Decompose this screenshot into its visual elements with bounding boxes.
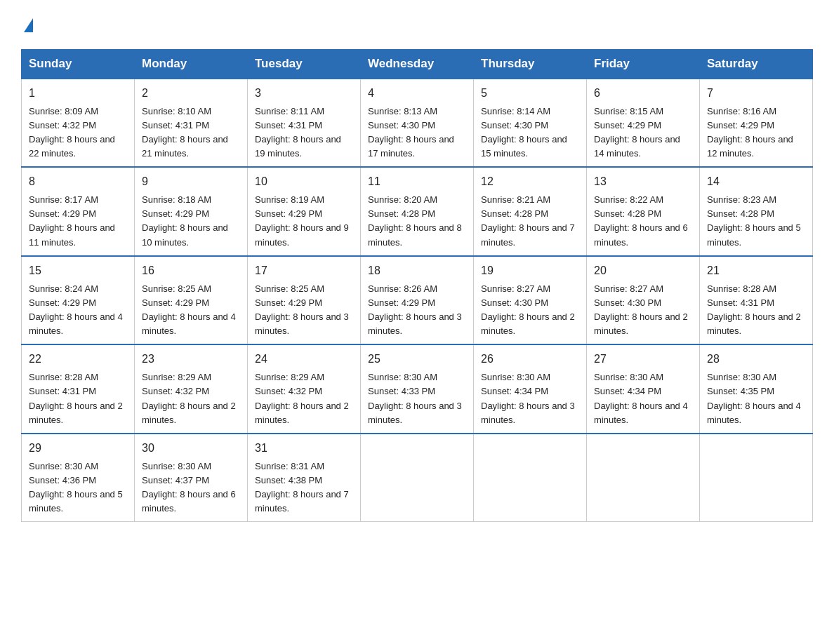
day-number: 14	[707, 173, 805, 190]
calendar-cell: 7 Sunrise: 8:16 AM Sunset: 4:29 PM Dayli…	[700, 79, 813, 168]
calendar-cell: 15 Sunrise: 8:24 AM Sunset: 4:29 PM Dayl…	[22, 256, 135, 345]
day-number: 7	[707, 85, 805, 102]
day-number: 16	[142, 262, 240, 279]
cell-content: Sunrise: 8:25 AM Sunset: 4:29 PM Dayligh…	[255, 282, 353, 339]
col-header-wednesday: Wednesday	[361, 49, 474, 79]
calendar-cell: 9 Sunrise: 8:18 AM Sunset: 4:29 PM Dayli…	[135, 167, 248, 256]
cell-content: Sunrise: 8:19 AM Sunset: 4:29 PM Dayligh…	[255, 193, 353, 250]
cell-content: Sunrise: 8:16 AM Sunset: 4:29 PM Dayligh…	[707, 105, 805, 161]
day-number: 6	[594, 85, 692, 102]
cell-content: Sunrise: 8:20 AM Sunset: 4:28 PM Dayligh…	[368, 193, 466, 250]
calendar-cell: 28 Sunrise: 8:30 AM Sunset: 4:35 PM Dayl…	[700, 344, 813, 434]
calendar-cell: 19 Sunrise: 8:27 AM Sunset: 4:30 PM Dayl…	[474, 256, 587, 345]
col-header-thursday: Thursday	[474, 49, 587, 79]
calendar-cell	[474, 434, 587, 522]
day-number: 17	[255, 262, 353, 279]
calendar-cell: 17 Sunrise: 8:25 AM Sunset: 4:29 PM Dayl…	[248, 256, 361, 345]
calendar-cell: 4 Sunrise: 8:13 AM Sunset: 4:30 PM Dayli…	[361, 79, 474, 168]
cell-content: Sunrise: 8:17 AM Sunset: 4:29 PM Dayligh…	[29, 193, 127, 250]
cell-content: Sunrise: 8:31 AM Sunset: 4:38 PM Dayligh…	[255, 459, 353, 516]
calendar-cell: 6 Sunrise: 8:15 AM Sunset: 4:29 PM Dayli…	[587, 79, 700, 168]
week-row-5: 29 Sunrise: 8:30 AM Sunset: 4:36 PM Dayl…	[22, 434, 813, 522]
calendar-cell: 5 Sunrise: 8:14 AM Sunset: 4:30 PM Dayli…	[474, 79, 587, 168]
cell-content: Sunrise: 8:26 AM Sunset: 4:29 PM Dayligh…	[368, 282, 466, 339]
day-number: 29	[29, 440, 127, 457]
calendar-cell: 14 Sunrise: 8:23 AM Sunset: 4:28 PM Dayl…	[700, 167, 813, 256]
cell-content: Sunrise: 8:27 AM Sunset: 4:30 PM Dayligh…	[594, 282, 692, 339]
calendar-table: SundayMondayTuesdayWednesdayThursdayFrid…	[21, 49, 813, 523]
cell-content: Sunrise: 8:22 AM Sunset: 4:28 PM Dayligh…	[594, 193, 692, 250]
page-header	[21, 14, 813, 35]
day-number: 27	[594, 351, 692, 368]
cell-content: Sunrise: 8:30 AM Sunset: 4:35 PM Dayligh…	[707, 370, 805, 427]
day-number: 21	[707, 262, 805, 279]
col-header-friday: Friday	[587, 49, 700, 79]
calendar-cell: 1 Sunrise: 8:09 AM Sunset: 4:32 PM Dayli…	[22, 79, 135, 168]
calendar-cell: 25 Sunrise: 8:30 AM Sunset: 4:33 PM Dayl…	[361, 344, 474, 434]
calendar-cell: 2 Sunrise: 8:10 AM Sunset: 4:31 PM Dayli…	[135, 79, 248, 168]
calendar-cell	[700, 434, 813, 522]
calendar-cell: 24 Sunrise: 8:29 AM Sunset: 4:32 PM Dayl…	[248, 344, 361, 434]
day-number: 26	[481, 351, 579, 368]
calendar-header-row: SundayMondayTuesdayWednesdayThursdayFrid…	[22, 49, 813, 79]
calendar-cell: 13 Sunrise: 8:22 AM Sunset: 4:28 PM Dayl…	[587, 167, 700, 256]
cell-content: Sunrise: 8:25 AM Sunset: 4:29 PM Dayligh…	[142, 282, 240, 339]
calendar-cell: 20 Sunrise: 8:27 AM Sunset: 4:30 PM Dayl…	[587, 256, 700, 345]
col-header-saturday: Saturday	[700, 49, 813, 79]
cell-content: Sunrise: 8:30 AM Sunset: 4:33 PM Dayligh…	[368, 370, 466, 427]
col-header-sunday: Sunday	[22, 49, 135, 79]
day-number: 10	[255, 173, 353, 190]
col-header-monday: Monday	[135, 49, 248, 79]
week-row-3: 15 Sunrise: 8:24 AM Sunset: 4:29 PM Dayl…	[22, 256, 813, 345]
calendar-cell: 21 Sunrise: 8:28 AM Sunset: 4:31 PM Dayl…	[700, 256, 813, 345]
day-number: 5	[481, 85, 579, 102]
calendar-cell: 12 Sunrise: 8:21 AM Sunset: 4:28 PM Dayl…	[474, 167, 587, 256]
cell-content: Sunrise: 8:11 AM Sunset: 4:31 PM Dayligh…	[255, 105, 353, 161]
calendar-cell: 29 Sunrise: 8:30 AM Sunset: 4:36 PM Dayl…	[22, 434, 135, 522]
day-number: 4	[368, 85, 466, 102]
calendar-cell: 22 Sunrise: 8:28 AM Sunset: 4:31 PM Dayl…	[22, 344, 135, 434]
day-number: 15	[29, 262, 127, 279]
day-number: 20	[594, 262, 692, 279]
calendar-cell: 26 Sunrise: 8:30 AM Sunset: 4:34 PM Dayl…	[474, 344, 587, 434]
cell-content: Sunrise: 8:29 AM Sunset: 4:32 PM Dayligh…	[142, 370, 240, 427]
day-number: 12	[481, 173, 579, 190]
calendar-cell	[587, 434, 700, 522]
cell-content: Sunrise: 8:15 AM Sunset: 4:29 PM Dayligh…	[594, 105, 692, 161]
cell-content: Sunrise: 8:14 AM Sunset: 4:30 PM Dayligh…	[481, 105, 579, 161]
cell-content: Sunrise: 8:27 AM Sunset: 4:30 PM Dayligh…	[481, 282, 579, 339]
day-number: 19	[481, 262, 579, 279]
day-number: 25	[368, 351, 466, 368]
cell-content: Sunrise: 8:30 AM Sunset: 4:34 PM Dayligh…	[594, 370, 692, 427]
col-header-tuesday: Tuesday	[248, 49, 361, 79]
day-number: 18	[368, 262, 466, 279]
cell-content: Sunrise: 8:09 AM Sunset: 4:32 PM Dayligh…	[29, 105, 127, 161]
day-number: 2	[142, 85, 240, 102]
calendar-cell: 27 Sunrise: 8:30 AM Sunset: 4:34 PM Dayl…	[587, 344, 700, 434]
day-number: 8	[29, 173, 127, 190]
cell-content: Sunrise: 8:24 AM Sunset: 4:29 PM Dayligh…	[29, 282, 127, 339]
cell-content: Sunrise: 8:30 AM Sunset: 4:37 PM Dayligh…	[142, 459, 240, 516]
day-number: 24	[255, 351, 353, 368]
logo	[21, 14, 33, 35]
calendar-cell: 3 Sunrise: 8:11 AM Sunset: 4:31 PM Dayli…	[248, 79, 361, 168]
calendar-cell: 31 Sunrise: 8:31 AM Sunset: 4:38 PM Dayl…	[248, 434, 361, 522]
cell-content: Sunrise: 8:21 AM Sunset: 4:28 PM Dayligh…	[481, 193, 579, 250]
week-row-1: 1 Sunrise: 8:09 AM Sunset: 4:32 PM Dayli…	[22, 79, 813, 168]
cell-content: Sunrise: 8:10 AM Sunset: 4:31 PM Dayligh…	[142, 105, 240, 161]
calendar-cell: 23 Sunrise: 8:29 AM Sunset: 4:32 PM Dayl…	[135, 344, 248, 434]
day-number: 9	[142, 173, 240, 190]
cell-content: Sunrise: 8:30 AM Sunset: 4:34 PM Dayligh…	[481, 370, 579, 427]
calendar-cell	[361, 434, 474, 522]
day-number: 11	[368, 173, 466, 190]
day-number: 3	[255, 85, 353, 102]
cell-content: Sunrise: 8:23 AM Sunset: 4:28 PM Dayligh…	[707, 193, 805, 250]
calendar-cell: 16 Sunrise: 8:25 AM Sunset: 4:29 PM Dayl…	[135, 256, 248, 345]
day-number: 22	[29, 351, 127, 368]
calendar-cell: 8 Sunrise: 8:17 AM Sunset: 4:29 PM Dayli…	[22, 167, 135, 256]
day-number: 30	[142, 440, 240, 457]
calendar-cell: 11 Sunrise: 8:20 AM Sunset: 4:28 PM Dayl…	[361, 167, 474, 256]
week-row-2: 8 Sunrise: 8:17 AM Sunset: 4:29 PM Dayli…	[22, 167, 813, 256]
day-number: 13	[594, 173, 692, 190]
cell-content: Sunrise: 8:13 AM Sunset: 4:30 PM Dayligh…	[368, 105, 466, 161]
